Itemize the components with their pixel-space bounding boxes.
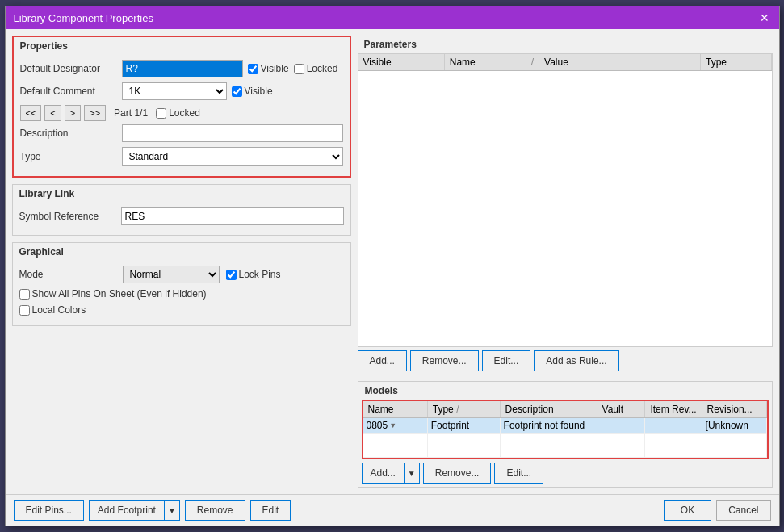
params-edit-button[interactable]: Edit... [482, 350, 531, 371]
default-designator-row: Default Designator Visible Locked [20, 60, 343, 77]
visible-checkbox[interactable] [248, 64, 258, 74]
models-col-type: Type / [427, 401, 500, 418]
symbol-reference-label: Symbol Reference [19, 211, 116, 222]
ok-button[interactable]: OK [664, 500, 711, 521]
model-vault-cell [597, 418, 645, 434]
dialog-title: Library Component Properties [14, 12, 153, 24]
dialog-footer: Edit Pins... Add Footprint ▼ Remove Edit… [6, 494, 779, 526]
col-type: Type [701, 54, 771, 71]
close-button[interactable]: ✕ [758, 11, 771, 24]
models-section: Models Name Type / Description Vau [358, 381, 773, 488]
default-comment-label: Default Comment [20, 86, 117, 97]
models-col-revision: Revision... [702, 401, 766, 418]
parameters-table-container: Visible Name / Value Type [358, 53, 773, 347]
default-comment-row: Default Comment 1K Visible [20, 82, 343, 100]
part-locked-checkbox[interactable] [156, 108, 166, 119]
footer-right: OK Cancel [664, 500, 771, 521]
type-label: Type [20, 151, 117, 162]
models-remove-button[interactable]: Remove... [423, 463, 492, 484]
model-type-cell: Footprint [427, 418, 500, 434]
edit-pins-button[interactable]: Edit Pins... [14, 500, 84, 521]
footer-edit-button[interactable]: Edit [250, 500, 291, 521]
add-footprint-main[interactable]: Add Footprint [90, 501, 164, 520]
models-table-wrapper: Name Type / Description Vault Item Rev..… [362, 400, 769, 459]
visible-checkbox-label: Visible [248, 63, 289, 74]
nav-next-button[interactable]: > [65, 105, 81, 121]
locked-checkbox-label: Locked [294, 63, 338, 74]
model-item-rev-cell [645, 418, 702, 434]
local-colors-row: Local Colors [19, 304, 344, 316]
library-link-section: Library Link Symbol Reference [12, 184, 351, 236]
nav-prev-button[interactable]: < [44, 105, 61, 121]
models-add-main[interactable]: Add... [363, 463, 404, 483]
parameters-section: Parameters Visible Name / Value Type [358, 36, 773, 375]
symbol-reference-row: Symbol Reference [19, 207, 344, 225]
models-table: Name Type / Description Vault Item Rev..… [363, 401, 767, 458]
type-row: Type Standard Net Tie Mechanical [20, 147, 343, 166]
locked-checkbox[interactable] [294, 64, 304, 74]
comment-visible-checkbox-label: Visible [232, 86, 273, 97]
col-name: Name [444, 54, 526, 71]
properties-header: Properties [14, 37, 350, 55]
library-link-content: Symbol Reference [13, 203, 350, 235]
table-row [363, 434, 767, 458]
parameters-header: Parameters [358, 36, 773, 53]
type-select[interactable]: Standard Net Tie Mechanical [122, 147, 343, 166]
col-divider: / [526, 54, 539, 71]
description-row: Description [20, 124, 343, 142]
parameters-btn-row: Add... Remove... Edit... Add as Rule... [358, 347, 773, 375]
footer-remove-button[interactable]: Remove [185, 500, 245, 521]
models-col-name: Name [363, 401, 428, 418]
table-row[interactable]: 0805 ▼ Footprint Footprint not found [Un… [363, 418, 767, 434]
title-bar: Library Component Properties ✕ [6, 6, 779, 29]
models-tbody: 0805 ▼ Footprint Footprint not found [Un… [363, 418, 767, 458]
lock-pins-checkbox[interactable] [226, 270, 237, 280]
footer-left: Edit Pins... Add Footprint ▼ Remove Edit [14, 500, 291, 521]
dialog-body: Properties Default Designator Visible Lo… [6, 29, 779, 494]
nav-first-button[interactable]: << [20, 105, 42, 121]
comment-visible-checkbox[interactable] [232, 86, 242, 97]
models-edit-button[interactable]: Edit... [494, 463, 543, 484]
default-comment-select[interactable]: 1K [122, 82, 227, 100]
params-remove-button[interactable]: Remove... [410, 350, 479, 371]
col-value: Value [539, 54, 701, 71]
col-visible: Visible [358, 54, 445, 71]
local-colors-label: Local Colors [19, 304, 86, 316]
lock-pins-label: Lock Pins [226, 269, 281, 280]
model-description-cell: Footprint not found [500, 418, 597, 434]
left-panel: Properties Default Designator Visible Lo… [12, 36, 351, 488]
graphical-section: Graphical Mode Normal DeMorgan Lock Pins [12, 242, 351, 326]
params-add-button[interactable]: Add... [358, 350, 407, 371]
cancel-button[interactable]: Cancel [716, 500, 770, 521]
model-name-cell: 0805 ▼ [363, 418, 428, 434]
default-designator-label: Default Designator [20, 63, 117, 74]
description-label: Description [20, 128, 117, 139]
default-designator-input[interactable] [122, 60, 243, 77]
description-input[interactable] [122, 124, 343, 142]
params-add-as-rule-button[interactable]: Add as Rule... [534, 350, 618, 371]
add-footprint-split-button[interactable]: Add Footprint ▼ [89, 500, 180, 521]
nav-row: << < > >> Part 1/1 Locked [20, 105, 343, 121]
right-panel: Parameters Visible Name / Value Type [358, 36, 773, 488]
parameters-table: Visible Name / Value Type [358, 54, 772, 71]
show-all-pins-row: Show All Pins On Sheet (Even if Hidden) [19, 288, 344, 300]
properties-content: Default Designator Visible Locked [14, 55, 350, 176]
part-label: Part 1/1 [114, 107, 148, 119]
graphical-content: Mode Normal DeMorgan Lock Pins [13, 261, 350, 325]
models-col-vault: Vault [597, 401, 645, 418]
nav-last-button[interactable]: >> [84, 105, 106, 121]
part-locked-checkbox-label: Locked [156, 107, 200, 119]
symbol-reference-input[interactable] [121, 207, 344, 225]
show-all-pins-checkbox[interactable] [19, 289, 30, 300]
local-colors-checkbox[interactable] [19, 305, 30, 316]
models-add-split-button[interactable]: Add... ▼ [362, 463, 420, 484]
models-add-arrow[interactable]: ▼ [404, 463, 419, 483]
models-col-item-rev: Item Rev... [645, 401, 702, 418]
add-footprint-arrow[interactable]: ▼ [164, 501, 179, 520]
models-col-description: Description [500, 401, 597, 418]
mode-row: Mode Normal DeMorgan Lock Pins [19, 266, 344, 283]
mode-label: Mode [19, 269, 116, 280]
graphical-header: Graphical [13, 243, 350, 261]
mode-select[interactable]: Normal DeMorgan [123, 266, 220, 283]
model-revision-cell: [Unknown [702, 418, 766, 434]
